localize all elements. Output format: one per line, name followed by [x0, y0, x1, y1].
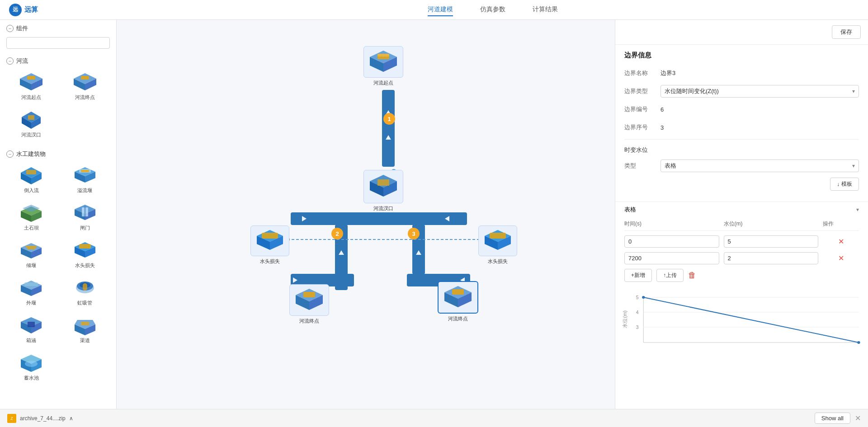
headloss-right-label: 水头损失 [488, 258, 508, 265]
panel-title: 边界信息 [624, 51, 859, 60]
river-end-icon [73, 72, 97, 92]
node-junction[interactable]: 河流汊口 [363, 170, 403, 212]
svg-rect-96 [303, 292, 315, 297]
template-button[interactable]: ↓ 模板 [830, 178, 859, 191]
time-varying-title: 时变水位 [624, 146, 859, 154]
svg-marker-65 [339, 250, 344, 255]
sidebar-item-siphon[interactable]: 虹吸管 [60, 275, 110, 309]
main-layout: − 组件 − 河流 河流起点 [0, 20, 868, 409]
water-input-1[interactable] [724, 252, 819, 264]
time-input-1[interactable] [624, 252, 719, 264]
svg-rect-53 [81, 322, 89, 325]
type-row: 类型 表格 ▾ [624, 160, 859, 172]
sidebar-section-hydraulic[interactable]: − 水工建筑物 [0, 145, 116, 161]
node-headloss-right[interactable]: 水头损失 [478, 225, 517, 265]
node-river-end-right[interactable]: 河流终点 [438, 281, 478, 322]
headloss-right-box [478, 225, 517, 256]
y-axis-label: 水位(m) [622, 310, 628, 328]
svg-marker-63 [445, 216, 449, 221]
sidebar-section-hydraulic-label: 水工建筑物 [16, 150, 46, 158]
batch-delete-icon[interactable]: 🗑 [688, 271, 696, 280]
boundary-name-row: 边界名称 边界3 [624, 67, 859, 80]
sidebar-section-river-label: 河流 [16, 57, 28, 65]
sidebar-item-gate[interactable]: 闸门 [60, 200, 110, 234]
tab-simulation[interactable]: 仿真参数 [480, 4, 505, 16]
dyke-label: 外堰 [26, 300, 36, 306]
table-header: 时间(s) 水位(m) 操作 [624, 217, 859, 231]
river-junction-icon [19, 110, 43, 130]
sidebar-item-headloss[interactable]: 水头损失 [60, 238, 110, 272]
sidebar-item-inflow[interactable]: 倒入流 [6, 163, 57, 197]
time-input-0[interactable] [624, 235, 719, 248]
canvas-area[interactable]: 河流起点 1 河流汊口 2 3 [117, 20, 615, 409]
logo-icon: 远 [9, 4, 22, 16]
svg-text:5: 5 [636, 295, 639, 300]
sidebar-item-earthdam[interactable]: 土石坝 [6, 200, 57, 234]
expand-icon[interactable]: ∧ [69, 415, 73, 422]
headloss-label: 水头损失 [75, 262, 95, 269]
add-row-label: +新增 [631, 272, 645, 279]
sidebar-section-group[interactable]: − 组件 [0, 20, 116, 35]
chart-container: 水位(m) 5 4 3 [624, 293, 863, 356]
svg-rect-20 [81, 170, 89, 172]
boundary-number-value: 6 [660, 106, 859, 113]
svg-text:4: 4 [636, 310, 639, 315]
inflow-label: 倒入流 [24, 187, 39, 194]
template-label: 模板 [841, 180, 852, 188]
tab-results[interactable]: 计算结果 [533, 4, 558, 16]
node-headloss-left[interactable]: 水头损失 [250, 225, 289, 265]
sidebar-item-river-junction[interactable]: 河流汊口 [6, 107, 57, 141]
sidebar-item-river-start[interactable]: 河流起点 [6, 70, 57, 103]
right-panel: 保存 边界信息 边界名称 边界3 边界类型 水位随时间变化(Z(t)) ▾ 边界… [615, 20, 868, 409]
upload-button[interactable]: ↑上传 [656, 269, 684, 282]
boundary-type-select[interactable]: 水位随时间变化(Z(t)) ▾ [660, 85, 859, 98]
sidebar-section-river[interactable]: − 河流 [0, 52, 116, 68]
svg-point-57 [25, 361, 38, 367]
sidebar-item-culvert[interactable]: 箱涵 [6, 313, 57, 347]
sidebar-item-spillway[interactable]: 溢流堰 [60, 163, 110, 197]
table-area-body: 时间(s) 水位(m) 操作 ✕ ✕ +新增 [615, 217, 868, 293]
sidebar-item-tiltweir[interactable]: 倾堰 [6, 238, 57, 272]
top-nav: 远 远算 河道建模 仿真参数 计算结果 [0, 0, 868, 20]
chart-svg: 5 4 3 [624, 293, 863, 352]
boundary-number-label: 边界编号 [624, 105, 660, 113]
boundary-type-row: 边界类型 水位随时间变化(Z(t)) ▾ [624, 85, 859, 98]
search-input[interactable] [6, 37, 110, 49]
water-input-0[interactable] [724, 235, 819, 248]
table-section-header[interactable]: 表格 ▾ [615, 202, 868, 217]
tiltweir-icon [19, 240, 43, 260]
delete-btn-1[interactable]: ✕ [823, 254, 859, 263]
sidebar-item-reservoir[interactable]: 蓄水池 [6, 350, 57, 384]
gate-label: 闸门 [80, 225, 90, 231]
svg-text:3: 3 [636, 325, 639, 330]
badge-1: 1 [383, 113, 395, 125]
close-bottom-icon[interactable]: ✕ [855, 414, 861, 422]
delete-btn-0[interactable]: ✕ [823, 237, 859, 246]
table-section-chevron: ▾ [856, 206, 859, 213]
headloss-left-box [250, 225, 289, 256]
sidebar-item-river-end[interactable]: 河流终点 [60, 70, 110, 103]
channel-icon [73, 315, 97, 335]
svg-rect-45 [83, 283, 87, 291]
bottom-right: Show all ✕ [815, 413, 861, 424]
river-items: 河流起点 河流终点 [0, 68, 116, 145]
collapse-group-icon: − [6, 25, 14, 32]
node-river-end-left[interactable]: 河流终点 [289, 284, 329, 324]
sidebar-item-dyke[interactable]: 外堰 [6, 275, 57, 309]
action-row: +新增 ↑上传 🗑 [624, 269, 859, 282]
add-row-button[interactable]: +新增 [624, 269, 652, 282]
table-section-title: 表格 [624, 206, 636, 214]
sidebar-item-channel[interactable]: 渠道 [60, 313, 110, 347]
river-start-label: 河流起点 [21, 94, 41, 101]
node-river-start[interactable]: 河流起点 [363, 46, 403, 86]
svg-rect-15 [26, 170, 36, 174]
dyke-icon [19, 278, 43, 298]
headloss-left-label: 水头损失 [260, 258, 280, 265]
boundary-name-label: 边界名称 [624, 69, 660, 77]
tab-model[interactable]: 河道建模 [428, 4, 453, 16]
boundary-type-chevron: ▾ [852, 88, 855, 94]
table-row-0: ✕ [624, 235, 859, 248]
show-all-button[interactable]: Show all [815, 413, 850, 424]
save-button[interactable]: 保存 [832, 25, 861, 39]
type-select[interactable]: 表格 ▾ [660, 160, 859, 172]
